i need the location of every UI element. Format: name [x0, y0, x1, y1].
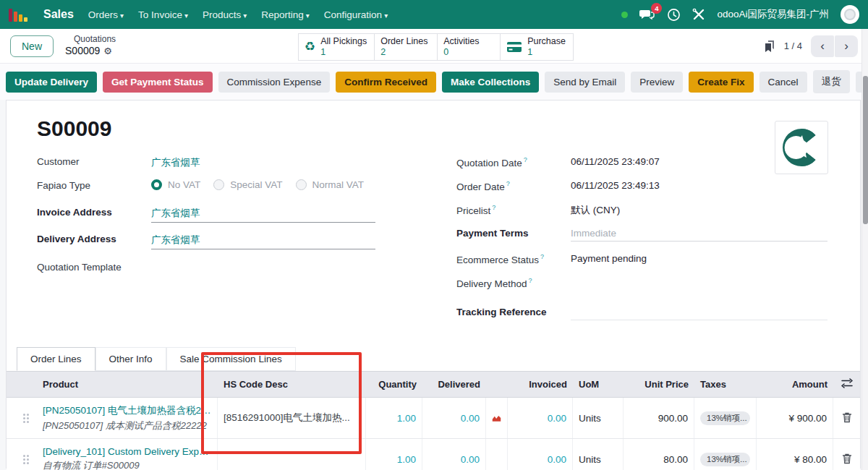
chevron-down-icon: ▾	[384, 12, 388, 20]
table-row[interactable]: [Delivery_101] Custom Delivery Expense 自…	[7, 439, 860, 470]
gear-icon[interactable]: ⚙	[103, 46, 112, 57]
tab-order-lines[interactable]: Order Lines	[17, 347, 95, 371]
tab-other-info[interactable]: Other Info	[95, 347, 166, 371]
chevron-down-icon: ▾	[184, 12, 188, 20]
delete-row-icon[interactable]	[842, 453, 852, 464]
delete-row-icon[interactable]	[842, 411, 852, 423]
invoice-address-input[interactable]: 广东省烟草	[151, 205, 375, 223]
recycle-icon: ♻	[305, 39, 315, 54]
ecommerce-status-value: Payment pending	[571, 251, 647, 264]
field-delivery-method: Delivery Method?	[433, 275, 860, 299]
col-invoiced[interactable]: Invoiced	[508, 379, 573, 390]
unit-price-cell[interactable]: 900.00	[624, 398, 694, 438]
stat-activities[interactable]: Activities0	[437, 33, 501, 61]
field-payment-terms: Payment Terms Immediate	[433, 226, 860, 249]
uom-cell[interactable]: Units	[573, 398, 624, 438]
taxes-cell[interactable]: 13%销项...	[694, 398, 757, 438]
drag-handle[interactable]	[15, 411, 37, 426]
delivered-cell[interactable]: 0.00	[422, 439, 486, 470]
uom-cell[interactable]: Units	[573, 439, 624, 470]
notebook-tabs: Order Lines Other Info Sale Commission L…	[17, 347, 860, 371]
preview-button[interactable]: Preview	[631, 72, 683, 93]
make-collections-button[interactable]: Make Collections	[442, 72, 539, 93]
help-icon: ?	[529, 277, 532, 284]
radio-normal-vat[interactable]	[296, 179, 307, 190]
drag-handle[interactable]	[15, 452, 37, 467]
col-hs-code[interactable]: HS Code Desc	[218, 379, 366, 390]
bookmark-icon[interactable]	[764, 40, 775, 53]
radio-special-vat[interactable]	[213, 179, 224, 190]
field-quotation-template: Quotation Template	[7, 260, 433, 283]
col-taxes[interactable]: Taxes	[694, 379, 757, 390]
col-quantity[interactable]: Quantity	[366, 379, 422, 390]
menu-orders[interactable]: Orders▾	[88, 9, 124, 20]
app-title: Sales	[43, 8, 74, 21]
quantity-cell[interactable]: 1.00	[366, 398, 422, 438]
unit-price-cell[interactable]: 80.00	[624, 439, 694, 470]
pricelist-value[interactable]: 默认 (CNY)	[571, 202, 620, 217]
create-fix-button[interactable]: Create Fix	[689, 72, 753, 93]
return-button[interactable]: 退货	[813, 70, 850, 93]
col-product[interactable]: Product	[37, 379, 218, 390]
order-date-value[interactable]: 06/11/2025 23:49:13	[571, 178, 660, 191]
invoiced-cell[interactable]: 0.00	[508, 398, 573, 438]
pager-prev-button[interactable]: ‹	[811, 35, 834, 57]
forecast-cell[interactable]	[486, 398, 508, 438]
tax-badge: 13%销项...	[700, 453, 750, 466]
taxes-cell[interactable]: 13%销项...	[694, 439, 757, 470]
col-unit-price[interactable]: Unit Price	[624, 379, 694, 390]
update-delivery-button[interactable]: Update Delivery	[6, 72, 97, 93]
invoiced-cell[interactable]: 0.00	[508, 439, 573, 470]
commission-expense-button[interactable]: Commission Expense	[218, 72, 331, 93]
stat-order-lines[interactable]: Order Lines2	[374, 33, 438, 61]
stat-purchase[interactable]: Purchase1	[500, 33, 574, 61]
col-amount[interactable]: Amount	[757, 379, 833, 390]
product-cell[interactable]: [Delivery_101] Custom Delivery Expense 自…	[37, 439, 218, 470]
send-by-email-button[interactable]: Send by Email	[545, 72, 625, 93]
amount-cell: ¥ 900.00	[757, 398, 833, 438]
avatar[interactable]	[841, 5, 859, 24]
field-order-date: Order Date? 06/11/2025 23:49:13	[433, 178, 860, 202]
payment-terms-input[interactable]: Immediate	[571, 226, 827, 242]
scrollbar[interactable]	[861, 29, 868, 470]
quantity-cell[interactable]: 1.00	[366, 439, 422, 470]
confirm-received-button[interactable]: Confirm Received	[336, 72, 436, 93]
product-cell[interactable]: [PN25050107] 电气土壤加热器含税22222 [PN25050107]…	[37, 398, 218, 438]
tracking-reference-input[interactable]	[571, 304, 827, 320]
pager-next-button[interactable]: ›	[835, 35, 858, 57]
hs-code-cell[interactable]: [8516291000]电气土壤加热...	[218, 398, 366, 438]
stat-count: 0	[443, 47, 448, 57]
new-button[interactable]: New	[10, 35, 54, 57]
credit-card-icon	[506, 41, 522, 53]
quotation-date-value[interactable]: 06/11/2025 23:49:07	[571, 154, 660, 167]
get-payment-status-button[interactable]: Get Payment Status	[103, 72, 213, 93]
radio-no-vat[interactable]	[151, 179, 162, 190]
customer-link[interactable]: 广东省烟草	[151, 154, 200, 169]
optional-columns-icon[interactable]	[841, 378, 853, 388]
field-customer: Customer 广东省烟草	[7, 154, 433, 178]
forecast-chart-icon	[492, 414, 501, 423]
activities-clock-icon[interactable]	[667, 8, 681, 22]
menu-products[interactable]: Products▾	[203, 9, 247, 20]
hs-code-cell[interactable]	[218, 439, 366, 470]
pager: 1 / 4 ‹ ›	[764, 35, 858, 57]
table-row[interactable]: [PN25050107] 电气土壤加热器含税22222 [PN25050107]…	[7, 398, 860, 439]
form-sheet: S00009 Customer 广东省烟草 Fapiao Type No VAT…	[6, 100, 861, 469]
company-name[interactable]: odooAi国际贸易集团-广州	[717, 8, 829, 21]
stat-all-pickings[interactable]: ♻ All Pickings1	[298, 33, 375, 61]
tools-icon[interactable]	[692, 8, 705, 21]
delivered-cell[interactable]: 0.00	[422, 398, 486, 438]
col-delivered[interactable]: Delivered	[422, 379, 486, 390]
record-title: S00009	[37, 116, 860, 141]
menu-configuration[interactable]: Configuration▾	[324, 9, 388, 20]
breadcrumb-parent[interactable]: Quotations	[65, 34, 116, 45]
menu-to-invoice[interactable]: To Invoice▾	[138, 9, 188, 20]
menu-reporting[interactable]: Reporting▾	[261, 9, 310, 20]
chevron-down-icon: ▾	[243, 12, 247, 20]
messages-icon[interactable]: 4	[639, 8, 655, 21]
cancel-button[interactable]: Cancel	[760, 72, 807, 93]
tab-sale-commission-lines[interactable]: Sale Commission Lines	[166, 347, 296, 371]
scrollbar-thumb[interactable]	[863, 76, 868, 224]
col-uom[interactable]: UoM	[573, 379, 624, 390]
delivery-address-input[interactable]: 广东省烟草	[151, 231, 375, 249]
